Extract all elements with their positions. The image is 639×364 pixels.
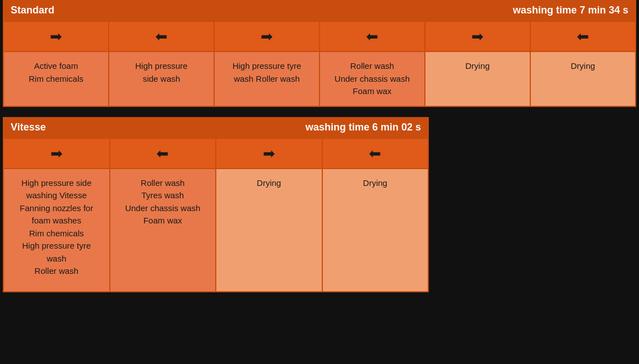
standard-cell-6: Drying [530,52,636,106]
arrow-right-icon [50,27,62,45]
vitesse-section: Vitesse washing time 6 min 02 s High pre… [3,117,429,292]
standard-cell-1: Active foamRim chemicals [3,52,109,106]
vitesse-arrow-row [3,138,428,169]
arrow-left-icon [366,27,378,45]
vitesse-content-row: High pressure sidewashing VitesseFanning… [3,169,428,292]
vitesse-title: Vitesse [11,122,305,133]
standard-arrow-3 [214,21,320,52]
vitesse-arrow-4 [322,138,429,169]
standard-table: Active foamRim chemicals High pressuresi… [3,21,636,107]
standard-section: Standard washing time 7 min 34 s [3,0,636,107]
vitesse-table: High pressure sidewashing VitesseFanning… [3,138,429,292]
standard-arrow-4 [320,21,425,52]
vitesse-arrow-3 [216,138,322,169]
vitesse-washing-time: washing time 6 min 02 s [305,122,421,133]
arrow-right-icon [471,27,484,45]
standard-header: Standard washing time 7 min 34 s [3,0,636,21]
standard-arrow-5 [425,21,530,52]
arrow-left-icon [577,27,589,45]
standard-arrow-1 [3,21,109,52]
arrow-left-icon [156,144,169,162]
standard-cell-3: High pressure tyrewash Roller wash [214,52,320,106]
standard-arrow-row [3,21,636,52]
vitesse-header: Vitesse washing time 6 min 02 s [3,117,429,138]
arrow-right-icon [50,144,63,162]
arrow-left-icon [369,144,381,162]
standard-title: Standard [11,4,513,16]
vitesse-arrow-1 [3,138,110,169]
arrow-right-icon [263,144,275,162]
page-wrapper: Standard washing time 7 min 34 s [0,0,639,364]
standard-content-row: Active foamRim chemicals High pressuresi… [3,52,636,106]
vitesse-cell-3: Drying [216,169,322,292]
standard-cell-5: Drying [425,52,530,106]
vitesse-cell-2: Roller washTyres washUnder chassis washF… [110,169,216,292]
standard-cell-2: High pressureside wash [109,52,214,106]
arrow-right-icon [261,27,273,45]
vitesse-cell-1: High pressure sidewashing VitesseFanning… [3,169,110,292]
standard-arrow-2 [109,21,214,52]
standard-arrow-6 [530,21,636,52]
standard-washing-time: washing time 7 min 34 s [513,4,628,16]
standard-cell-4: Roller washUnder chassis washFoam wax [320,52,425,106]
vitesse-arrow-2 [110,138,216,169]
arrow-left-icon [155,27,168,45]
vitesse-cell-4: Drying [322,169,429,292]
